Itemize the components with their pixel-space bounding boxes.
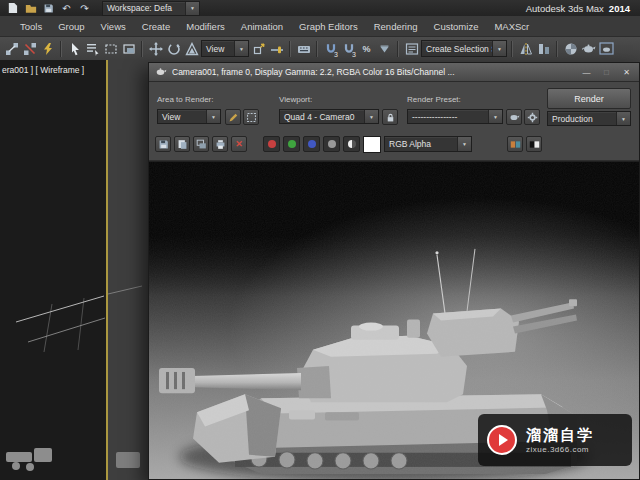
green-channel-dot (288, 140, 296, 148)
window-crossing-icon[interactable] (120, 40, 137, 58)
mono-dot (328, 140, 336, 148)
spinner-snap-toggle-icon[interactable] (376, 40, 393, 58)
environment-settings-icon[interactable] (524, 109, 540, 125)
selection-set-value: Create Selection Set (422, 44, 492, 54)
edit-region-icon[interactable] (225, 109, 241, 125)
app-title: Autodesk 3ds Max 2014 (526, 3, 630, 14)
render-button[interactable]: Render (547, 88, 631, 109)
select-and-move-icon[interactable] (147, 40, 164, 58)
minimize-icon[interactable]: — (579, 66, 594, 79)
render-preset-label: Render Preset: (407, 95, 461, 104)
use-pivot-center-icon[interactable] (250, 40, 267, 58)
close-icon[interactable]: ✕ (619, 66, 634, 79)
render-mode-dropdown[interactable]: Production ▼ (547, 111, 631, 126)
menu-item-graph-editors[interactable]: Graph Editors (291, 21, 366, 32)
chevron-down-icon: ▼ (616, 112, 630, 125)
edit-named-selection-sets-icon[interactable] (403, 40, 420, 58)
red-channel-toggle[interactable] (263, 136, 280, 152)
toolbar-separator (60, 41, 62, 57)
percent-snap-toggle-icon[interactable]: % (358, 40, 375, 58)
menu-item-create[interactable]: Create (134, 21, 179, 32)
area-to-render-label: Area to Render: (157, 95, 213, 104)
rfw-title-text: Camera001, frame 0, Display Gamma: 2.2, … (172, 67, 574, 77)
workspace-dropdown[interactable]: Workspace: Defa ▼ (102, 1, 200, 16)
alpha-dot (348, 140, 356, 148)
keyboard-shortcut-override-icon[interactable] (295, 40, 312, 58)
toolbar-separator (556, 41, 558, 57)
select-and-rotate-icon[interactable] (165, 40, 182, 58)
channel-display-value: RGB Alpha (385, 139, 457, 149)
angle-snap-toggle-icon[interactable]: 3 (340, 40, 357, 58)
watermark: 溜溜自学 zixue.3d66.com (478, 414, 632, 466)
render-mode-value: Production (548, 114, 616, 124)
unlink-selection-icon[interactable] (21, 40, 38, 58)
toolbar-separator (511, 41, 513, 57)
quick-access-toolbar: ↶ ↷ (0, 2, 92, 15)
viewport-select-label: Viewport: (279, 95, 312, 104)
menu-item-tools[interactable]: Tools (12, 21, 50, 32)
undo-icon[interactable]: ↶ (59, 2, 74, 15)
menu-item-rendering[interactable]: Rendering (366, 21, 426, 32)
mirror-icon[interactable] (517, 40, 534, 58)
toggle-ui-overlays-icon[interactable] (526, 136, 542, 152)
blue-channel-toggle[interactable] (303, 136, 320, 152)
area-to-render-value: View (158, 112, 206, 122)
area-to-render-dropdown[interactable]: View ▼ (157, 109, 221, 124)
menu-item-modifiers[interactable]: Modifiers (178, 21, 233, 32)
color-correction-icon[interactable] (507, 136, 523, 152)
menu-item-views[interactable]: Views (93, 21, 134, 32)
clone-rendered-frame-icon[interactable] (193, 136, 209, 152)
clear-frame-icon[interactable]: ✕ (231, 136, 247, 152)
snap-percent-label: % (362, 44, 370, 54)
menu-item-maxscript[interactable]: MAXScr (486, 21, 537, 32)
create-selection-set-dropdown[interactable]: Create Selection Set ▼ (421, 40, 507, 57)
maximize-icon[interactable]: □ (599, 66, 614, 79)
render-setup-icon[interactable] (580, 40, 597, 58)
background-color-swatch[interactable] (363, 136, 381, 153)
reference-coordsys-dropdown[interactable]: View ▼ (201, 40, 249, 57)
menubar: Tools Group Views Create Modifiers Anima… (0, 16, 640, 37)
chevron-down-icon: ▼ (185, 2, 199, 15)
camera-viewport[interactable]: era001 ] [ Wireframe ] (0, 60, 108, 480)
menu-item-customize[interactable]: Customize (426, 21, 487, 32)
viewport-dropdown[interactable]: Quad 4 - Camera0 ▼ (279, 109, 379, 124)
monochrome-toggle[interactable] (323, 136, 340, 152)
open-file-icon[interactable] (23, 2, 38, 15)
bind-to-spacewarp-icon[interactable] (39, 40, 56, 58)
select-by-name-icon[interactable] (84, 40, 101, 58)
menu-item-group[interactable]: Group (50, 21, 92, 32)
rectangular-selection-region-icon[interactable] (102, 40, 119, 58)
render-preset-dropdown[interactable]: ---------------- ▼ (407, 109, 503, 124)
new-scene-icon[interactable] (5, 2, 20, 15)
channel-display-dropdown[interactable]: RGB Alpha ▼ (384, 136, 472, 152)
save-image-icon[interactable] (155, 136, 171, 152)
select-and-scale-icon[interactable] (183, 40, 200, 58)
rfw-titlebar[interactable]: Camera001, frame 0, Display Gamma: 2.2, … (149, 63, 639, 82)
render-preset-value: ---------------- (408, 112, 488, 122)
lock-viewport-icon[interactable] (382, 109, 398, 125)
copy-image-icon[interactable] (174, 136, 190, 152)
alpha-channel-toggle[interactable] (343, 136, 360, 152)
viewport-wireframe (0, 60, 106, 480)
green-channel-toggle[interactable] (283, 136, 300, 152)
rendered-frame-window-icon[interactable] (598, 40, 615, 58)
toolbar-separator (316, 41, 318, 57)
redo-icon[interactable]: ↷ (77, 2, 92, 15)
toolbar-separator (397, 41, 399, 57)
rfw-toolbar: ✕ RGB Alpha ▼ (155, 134, 633, 154)
auto-region-icon[interactable] (243, 109, 259, 125)
select-object-icon[interactable] (66, 40, 83, 58)
material-editor-icon[interactable] (562, 40, 579, 58)
snap-angle-label: 3 (352, 51, 356, 58)
menu-item-animation[interactable]: Animation (233, 21, 291, 32)
snap-toggle-3d-icon[interactable]: 3 (322, 40, 339, 58)
chevron-down-icon: ▼ (206, 110, 220, 123)
toolbar-separator (289, 41, 291, 57)
print-image-icon[interactable] (212, 136, 228, 152)
select-and-manipulate-icon[interactable] (268, 40, 285, 58)
chevron-down-icon: ▼ (488, 110, 502, 123)
render-setup-small-icon[interactable] (506, 109, 522, 125)
select-and-link-icon[interactable] (3, 40, 20, 58)
save-icon[interactable] (41, 2, 56, 15)
align-icon[interactable] (535, 40, 552, 58)
